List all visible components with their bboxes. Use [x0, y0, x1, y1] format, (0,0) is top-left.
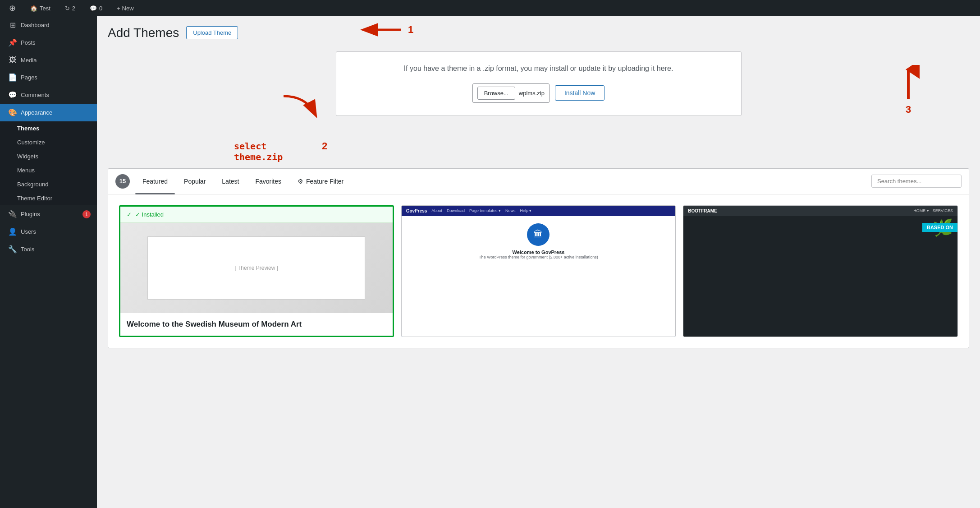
file-input-area: Browse... wplms.zip: [472, 83, 550, 103]
govpress-thumbnail: GovPress About Download Page templates ▾…: [402, 206, 676, 337]
search-themes-input[interactable]: [871, 175, 962, 188]
govpress-subtitle-text: Welcome to GovPress: [513, 249, 565, 255]
tab-favorites[interactable]: Favorites: [248, 174, 289, 189]
sidebar-label-media: Media: [21, 57, 37, 64]
themes-tabs-section: 15 Featured Popular Latest Favorites ⚙ F…: [108, 168, 969, 348]
annotation-number-2-wrapper: 2: [322, 140, 327, 152]
tab-latest-label: Latest: [222, 178, 239, 185]
sidebar-label-posts: Posts: [21, 39, 36, 46]
annotation-3-area: 3: [897, 65, 920, 115]
bootframe-nav: BOOTFRAME HOME ▾ SERVICES: [683, 206, 957, 216]
upload-panel-wrapper: If you have a theme in a .zip format, yo…: [108, 51, 969, 116]
media-icon: 🖼: [8, 56, 17, 64]
customize-submenu-label: Customize: [17, 139, 45, 146]
swedish-museum-thumbnail: [ Theme Preview ]: [120, 223, 393, 313]
menus-submenu-label: Menus: [17, 167, 35, 174]
tab-featured[interactable]: Featured: [135, 174, 175, 189]
page-header: Add Themes Upload Theme: [108, 25, 969, 41]
installed-header: ✓ ✓ Installed: [120, 207, 393, 223]
comments-link[interactable]: 💬 0: [86, 0, 106, 16]
sidebar-submenu-menus[interactable]: Menus: [0, 163, 97, 177]
govpress-nav: GovPress About Download Page templates ▾…: [402, 206, 676, 216]
tab-feature-filter-label: Feature Filter: [306, 178, 343, 185]
wp-logo-link[interactable]: ⊕: [5, 0, 19, 16]
users-icon: 👤: [8, 227, 17, 236]
theme-card-bootframe[interactable]: BOOTFRAME HOME ▾ SERVICES 🌿 BASED ON: [683, 205, 958, 337]
tab-popular[interactable]: Popular: [177, 174, 213, 189]
theme-editor-submenu-label: Theme Editor: [17, 195, 52, 202]
appearance-icon: 🎨: [8, 108, 17, 117]
sidebar-item-comments[interactable]: 💬 Comments: [0, 86, 97, 104]
tab-featured-label: Featured: [142, 178, 168, 185]
govpress-logo-icon: 🏛: [527, 223, 550, 246]
thumbnail-placeholder: [ Theme Preview ]: [147, 236, 365, 300]
browse-button[interactable]: Browse...: [477, 87, 515, 100]
themes-grid: ✓ ✓ Installed [ Theme Preview ] Welcome …: [108, 194, 969, 348]
select-theme-text: select theme.zip: [234, 141, 283, 162]
sidebar-item-users[interactable]: 👤 Users: [0, 223, 97, 240]
pages-icon: 📄: [8, 73, 17, 82]
sidebar-item-plugins[interactable]: 🔌 Plugins 1: [0, 205, 97, 223]
sidebar-label-comments: Comments: [21, 92, 49, 98]
new-content-link[interactable]: + New: [113, 0, 137, 16]
wp-logo-icon: ⊕: [9, 3, 16, 13]
theme-count-badge: 15: [115, 174, 130, 189]
sidebar-item-posts[interactable]: 📌 Posts: [0, 34, 97, 51]
comments-icon: 💬: [90, 5, 97, 12]
based-on-badge: BASED ON: [922, 223, 957, 232]
tab-latest[interactable]: Latest: [215, 174, 246, 189]
sidebar-label-dashboard: Dashboard: [21, 22, 50, 28]
check-icon: ✓: [127, 211, 132, 218]
arrow-1-icon: [360, 22, 405, 38]
arrow-3-icon: [897, 65, 920, 101]
bootframe-nav-items: HOME ▾ SERVICES: [913, 208, 953, 213]
theme-card-govpress[interactable]: GovPress About Download Page templates ▾…: [401, 205, 676, 337]
annotation-number-3: 3: [906, 104, 911, 115]
updates-count: 2: [72, 5, 75, 12]
gear-icon: ⚙: [298, 178, 303, 185]
tab-feature-filter[interactable]: ⚙ Feature Filter: [290, 174, 351, 189]
install-now-button[interactable]: Install Now: [555, 85, 604, 101]
upload-info-text: If you have a theme in a .zip format, yo…: [349, 65, 728, 73]
govpress-body: 🏛 Welcome to GovPress The WordPress them…: [402, 216, 676, 337]
appearance-submenu: Themes Customize Widgets Menus Backgroun…: [0, 121, 97, 205]
tab-popular-label: Popular: [184, 178, 206, 185]
theme-card-swedish[interactable]: ✓ ✓ Installed [ Theme Preview ] Welcome …: [119, 205, 394, 337]
tab-favorites-label: Favorites: [255, 178, 281, 185]
themes-submenu-label: Themes: [17, 125, 39, 132]
updates-link[interactable]: ↻ 2: [61, 0, 79, 16]
plugins-badge: 1: [82, 210, 91, 218]
sidebar-item-tools[interactable]: 🔧 Tools: [0, 240, 97, 258]
annotation-number-1: 1: [408, 24, 413, 36]
sidebar-submenu-background[interactable]: Background: [0, 177, 97, 191]
tools-icon: 🔧: [8, 245, 17, 254]
annotation-1-area: 1: [360, 22, 413, 38]
sidebar-label-users: Users: [21, 228, 36, 235]
bootframe-thumbnail: BOOTFRAME HOME ▾ SERVICES 🌿 BASED ON: [683, 206, 957, 337]
background-submenu-label: Background: [17, 181, 48, 188]
dashboard-icon: ⊞: [8, 21, 17, 29]
site-name: Test: [40, 5, 50, 12]
sidebar-submenu-customize[interactable]: Customize: [0, 135, 97, 149]
main-content: Add Themes Upload Theme 1 If you: [97, 16, 980, 508]
sidebar-item-media[interactable]: 🖼 Media: [0, 51, 97, 69]
selected-file-name: wplms.zip: [519, 90, 545, 97]
comments-count: 0: [99, 5, 102, 12]
sidebar-label-tools: Tools: [21, 246, 34, 253]
sidebar-submenu-widgets[interactable]: Widgets: [0, 149, 97, 163]
arrow-2-icon: [279, 92, 333, 119]
sidebar-submenu-themes[interactable]: Themes: [0, 121, 97, 135]
sidebar-item-dashboard[interactable]: ⊞ Dashboard: [0, 16, 97, 34]
govpress-description: The WordPress theme for government (2,00…: [479, 255, 598, 259]
sidebar-item-appearance[interactable]: 🎨 Appearance: [0, 104, 97, 121]
sidebar-item-pages[interactable]: 📄 Pages: [0, 69, 97, 86]
sidebar-submenu-theme-editor[interactable]: Theme Editor: [0, 191, 97, 205]
annotation-2-area: [279, 92, 333, 120]
installed-label: ✓ Installed: [135, 211, 164, 218]
widgets-submenu-label: Widgets: [17, 153, 38, 160]
upload-row: Browse... wplms.zip Install Now: [349, 83, 728, 103]
page-header-area: Add Themes Upload Theme 1: [108, 25, 969, 41]
site-name-link[interactable]: 🏠 Test: [27, 0, 54, 16]
upload-theme-button[interactable]: Upload Theme: [186, 26, 238, 39]
plugins-icon: 🔌: [8, 210, 17, 218]
